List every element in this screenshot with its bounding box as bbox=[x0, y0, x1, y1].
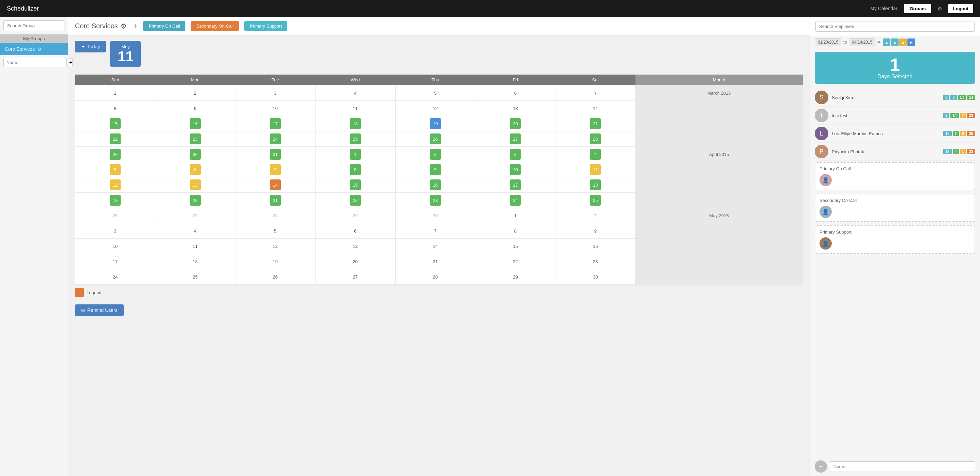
table-row[interactable]: 30 bbox=[395, 208, 475, 223]
table-row[interactable]: 7 bbox=[235, 162, 315, 178]
table-row[interactable]: 16 bbox=[555, 239, 635, 254]
table-row[interactable]: 29 bbox=[315, 208, 395, 223]
group-settings-icon[interactable]: ⚙ bbox=[121, 22, 127, 30]
table-row[interactable]: 18 bbox=[315, 116, 395, 132]
table-row[interactable]: 12 bbox=[75, 178, 155, 193]
table-row[interactable]: 12 bbox=[235, 239, 315, 254]
arrow-right[interactable]: ▶ bbox=[907, 38, 915, 46]
table-row[interactable]: 26 bbox=[395, 132, 475, 147]
remind-users-button[interactable]: ✉ Remind Users bbox=[75, 305, 124, 316]
table-row[interactable]: 11 bbox=[555, 162, 635, 178]
table-row[interactable]: 9 bbox=[395, 162, 475, 178]
table-row[interactable]: 8 bbox=[315, 162, 395, 178]
table-row[interactable]: 22 bbox=[475, 254, 555, 269]
table-row[interactable]: 24 bbox=[475, 193, 555, 208]
table-row[interactable]: 30 bbox=[155, 147, 235, 162]
table-row[interactable]: 8 bbox=[75, 101, 155, 116]
table-row[interactable]: 16 bbox=[395, 178, 475, 193]
table-row[interactable]: 14 bbox=[555, 101, 635, 116]
table-row[interactable]: 3 bbox=[235, 86, 315, 101]
search-group-input[interactable] bbox=[3, 21, 64, 31]
table-row[interactable]: 16 bbox=[155, 116, 235, 132]
table-row[interactable]: 26 bbox=[75, 208, 155, 223]
table-row[interactable]: 24 bbox=[235, 132, 315, 147]
sidebar-item-gear-icon[interactable]: ⚙ bbox=[38, 47, 41, 52]
table-row[interactable]: 1 bbox=[75, 86, 155, 101]
table-row[interactable]: 14 bbox=[235, 178, 315, 193]
table-row[interactable]: 4 bbox=[315, 86, 395, 101]
table-row[interactable]: 5 bbox=[235, 223, 315, 239]
search-employee-input[interactable] bbox=[815, 21, 975, 32]
table-row[interactable]: 20 bbox=[155, 193, 235, 208]
table-row[interactable]: 1 bbox=[315, 147, 395, 162]
nav-my-calendar[interactable]: My Calendar bbox=[867, 4, 900, 13]
nav-groups-button[interactable]: Groups bbox=[904, 4, 931, 13]
table-row[interactable]: 23 bbox=[555, 254, 635, 269]
table-row[interactable]: 25 bbox=[555, 193, 635, 208]
table-row[interactable]: 14 bbox=[395, 239, 475, 254]
table-row[interactable]: 28 bbox=[395, 269, 475, 285]
table-row[interactable]: 2 bbox=[155, 86, 235, 101]
table-row[interactable]: 11 bbox=[315, 101, 395, 116]
add-name-input[interactable] bbox=[830, 461, 975, 472]
table-row[interactable]: 19 bbox=[235, 254, 315, 269]
settings-icon[interactable]: ⚙ bbox=[935, 5, 945, 12]
table-row[interactable]: 29 bbox=[475, 269, 555, 285]
table-row[interactable]: 22 bbox=[75, 132, 155, 147]
table-row[interactable]: 6 bbox=[475, 86, 555, 101]
table-row[interactable]: 25 bbox=[155, 269, 235, 285]
table-row[interactable]: 10 bbox=[235, 101, 315, 116]
edit-icon[interactable]: ✏ bbox=[877, 40, 881, 44]
add-schedule-button[interactable]: + bbox=[134, 22, 138, 31]
sidebar-item-core-services[interactable]: Core Services ⚙ bbox=[0, 43, 68, 55]
table-row[interactable]: 20 bbox=[315, 254, 395, 269]
table-row[interactable]: 7 bbox=[555, 86, 635, 101]
table-row[interactable]: 28 bbox=[235, 208, 315, 223]
arrow-up-1[interactable]: ▲ bbox=[883, 38, 890, 46]
table-row[interactable]: 1 bbox=[475, 208, 555, 223]
table-row[interactable]: 23 bbox=[155, 132, 235, 147]
table-row[interactable]: 27 bbox=[155, 208, 235, 223]
table-row[interactable]: 22 bbox=[315, 193, 395, 208]
table-row[interactable]: 3 bbox=[475, 147, 555, 162]
secondary-on-call-button[interactable]: Secondary On Call bbox=[191, 21, 239, 31]
table-row[interactable]: 17 bbox=[475, 178, 555, 193]
table-row[interactable]: 29 bbox=[75, 147, 155, 162]
table-row[interactable]: 3 bbox=[75, 223, 155, 239]
table-row[interactable]: 11 bbox=[155, 239, 235, 254]
table-row[interactable]: 26 bbox=[235, 269, 315, 285]
primary-on-call-button[interactable]: Primary On Call bbox=[143, 21, 185, 31]
table-row[interactable]: 15 bbox=[75, 116, 155, 132]
table-row[interactable]: 4 bbox=[555, 147, 635, 162]
table-row[interactable]: 10 bbox=[475, 162, 555, 178]
table-row[interactable]: 6 bbox=[315, 223, 395, 239]
table-row[interactable]: 12 bbox=[395, 101, 475, 116]
arrow-up-2[interactable]: ▲ bbox=[891, 38, 899, 46]
table-row[interactable]: 23 bbox=[395, 193, 475, 208]
table-row[interactable]: 30 bbox=[555, 269, 635, 285]
add-employee-button[interactable]: + bbox=[815, 460, 827, 473]
table-row[interactable]: 18 bbox=[555, 178, 635, 193]
table-row[interactable]: 5 bbox=[75, 162, 155, 178]
sidebar-name-input[interactable] bbox=[3, 58, 67, 67]
table-row[interactable]: 31 bbox=[235, 147, 315, 162]
table-row[interactable]: 13 bbox=[155, 178, 235, 193]
table-row[interactable]: 19 bbox=[75, 193, 155, 208]
table-row[interactable]: 17 bbox=[75, 254, 155, 269]
primary-support-button[interactable]: Primary Support bbox=[244, 21, 287, 31]
table-row[interactable]: 15 bbox=[315, 178, 395, 193]
table-row[interactable]: 6 bbox=[155, 162, 235, 178]
logout-button[interactable]: Logout bbox=[948, 4, 973, 13]
table-row[interactable]: 15 bbox=[475, 239, 555, 254]
table-row[interactable]: 25 bbox=[315, 132, 395, 147]
table-row[interactable]: 13 bbox=[315, 239, 395, 254]
table-row[interactable]: 8 bbox=[475, 223, 555, 239]
table-row[interactable]: 24 bbox=[75, 269, 155, 285]
table-row[interactable]: 21 bbox=[235, 193, 315, 208]
today-button[interactable]: ✦ Today bbox=[75, 41, 106, 52]
table-row[interactable]: 18 bbox=[155, 254, 235, 269]
table-row[interactable]: 2 bbox=[395, 147, 475, 162]
table-row[interactable]: 9 bbox=[555, 223, 635, 239]
table-row[interactable]: 10 bbox=[75, 239, 155, 254]
table-row[interactable]: 2 bbox=[555, 208, 635, 223]
